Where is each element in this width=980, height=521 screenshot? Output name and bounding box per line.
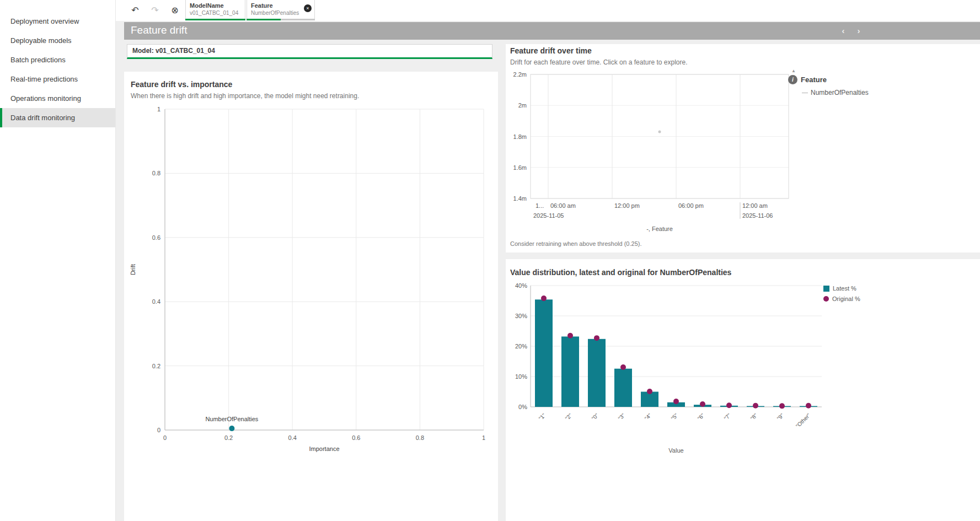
svg-text:"9": "9" (776, 412, 785, 421)
sheet-titlebar: Feature drift ‹ › (124, 22, 980, 40)
scatter-chart[interactable]: 00.20.40.60.8100.20.40.60.81ImportanceDr… (124, 72, 498, 466)
sidebar-item-batch-predictions[interactable]: Batch predictions (0, 50, 115, 69)
chart-title: Value distribution, latest and original … (510, 268, 731, 277)
selection-underline (185, 19, 245, 20)
legend-swatch-latest (823, 286, 829, 292)
svg-text:0.2: 0.2 (224, 434, 233, 441)
legend-item-label: NumberOfPenalties (811, 89, 869, 96)
sidebar-item-data-drift-monitoring[interactable]: Data drift monitoring (0, 108, 115, 127)
svg-text:1...: 1... (535, 202, 544, 209)
svg-text:0.4: 0.4 (288, 434, 297, 441)
selection-value-label: v01_CATBC_01_04 (186, 9, 245, 16)
bar-chart-legend: Latest % Original % (823, 285, 860, 306)
svg-text:10%: 10% (515, 373, 527, 380)
legend-scroll-up-icon[interactable]: ▲ (791, 68, 876, 73)
svg-text:2m: 2m (518, 102, 527, 109)
svg-text:1.6m: 1.6m (513, 164, 527, 171)
svg-text:30%: 30% (515, 313, 527, 319)
svg-text:"5": "5" (670, 412, 679, 421)
sidebar-item-deployment-overview[interactable]: Deployment overview (0, 12, 115, 31)
value-distribution-chart[interactable]: 0%10%20%30%40%"1""2""0""3""4""5""6""7""8… (506, 259, 980, 521)
selection-field-label: ModelName (186, 0, 245, 9)
svg-text:"Other": "Other" (795, 412, 812, 429)
legend-item-latest[interactable]: Latest % (823, 285, 860, 292)
selection-underline (247, 19, 315, 20)
legend-item-numberofpenalties[interactable]: NumberOfPenalties (802, 89, 876, 96)
legend-item-original[interactable]: Original % (823, 296, 860, 302)
svg-text:Drift: Drift (130, 264, 136, 275)
svg-text:0%: 0% (518, 404, 527, 410)
prev-sheet-chevron-icon[interactable]: ‹ (838, 26, 849, 35)
sidebar: Deployment overview Deployable models Ba… (0, 0, 116, 521)
drift-line-chart[interactable]: 1.4m1.6m1.8m2m2.2m1...06:00 am12:00 pm06… (506, 44, 980, 253)
sheet-title: Feature drift (131, 24, 187, 36)
threshold-note: Consider retraining when above threshold… (510, 240, 641, 247)
selections-back-icon[interactable]: ↶ (127, 3, 143, 18)
svg-text:1: 1 (482, 434, 485, 441)
svg-text:"8": "8" (749, 412, 759, 421)
svg-text:Value: Value (668, 447, 683, 454)
selection-chip-modelname[interactable]: ModelName v01_CATBC_01_04 (185, 0, 245, 20)
legend-line-swatch (802, 93, 808, 93)
svg-text:0.2: 0.2 (152, 363, 160, 369)
selections-toolbar: ↶ ↷ ⊗ ModelName v01_CATBC_01_04 Feature … (116, 0, 980, 21)
legend-item-label: Original % (832, 296, 860, 302)
feature-drift-importance-card: 00.20.40.60.8100.20.40.60.81ImportanceDr… (124, 72, 498, 521)
chart-subtitle: When there is high drift and high import… (131, 92, 359, 100)
svg-text:"2": "2" (564, 412, 574, 421)
sidebar-item-real-time-predictions[interactable]: Real-time predictions (0, 69, 115, 89)
legend-title: Feature (801, 76, 827, 84)
legend-item-label: Latest % (833, 285, 856, 292)
svg-text:"6": "6" (697, 412, 706, 421)
svg-text:0.6: 0.6 (352, 434, 360, 441)
svg-text:06:00 pm: 06:00 pm (678, 202, 704, 209)
sidebar-item-operations-monitoring[interactable]: Operations monitoring (0, 89, 115, 108)
svg-text:12:00 am: 12:00 am (742, 202, 768, 209)
x-axis-caption: -, Feature (531, 225, 789, 232)
svg-text:2025-11-06: 2025-11-06 (742, 212, 773, 219)
chart-subtitle: Drift for each feature over time. Click … (510, 58, 687, 66)
legend-swatch-original (823, 296, 829, 302)
svg-text:2.2m: 2.2m (513, 71, 527, 78)
model-selector[interactable]: Model: v01_CATBC_01_04 (127, 44, 492, 59)
svg-text:2025-11-05: 2025-11-05 (533, 212, 564, 219)
svg-text:"0": "0" (591, 412, 600, 421)
clear-selection-icon[interactable]: × (304, 4, 312, 12)
svg-text:Importance: Importance (309, 445, 339, 452)
svg-text:1.8m: 1.8m (513, 133, 527, 140)
svg-text:0.8: 0.8 (416, 434, 424, 441)
chart-title: Feature drift over time (510, 46, 592, 55)
svg-text:"7": "7" (723, 412, 732, 421)
sidebar-item-deployable-models[interactable]: Deployable models (0, 31, 115, 50)
svg-text:1.4m: 1.4m (513, 195, 527, 202)
selections-forward-icon[interactable]: ↷ (147, 3, 163, 18)
svg-text:40%: 40% (515, 282, 527, 289)
next-sheet-chevron-icon[interactable]: › (853, 26, 864, 35)
svg-text:1: 1 (157, 106, 160, 112)
svg-text:12:00 pm: 12:00 pm (614, 202, 640, 209)
svg-text:0: 0 (157, 427, 160, 433)
chart-title: Feature drift vs. importance (131, 80, 232, 89)
line-chart-legend: ▲ i Feature NumberOfPenalties (788, 68, 876, 96)
svg-text:0.4: 0.4 (152, 298, 160, 305)
svg-text:"4": "4" (644, 412, 653, 421)
clear-selections-icon[interactable]: ⊗ (167, 3, 183, 18)
feature-drift-over-time-card: 1.4m1.6m1.8m2m2.2m1...06:00 am12:00 pm06… (506, 44, 980, 253)
svg-text:0.8: 0.8 (152, 170, 160, 176)
info-icon[interactable]: i (788, 75, 797, 84)
svg-text:NumberOfPenalties: NumberOfPenalties (205, 416, 258, 422)
svg-text:0.6: 0.6 (152, 234, 160, 241)
selection-chip-feature[interactable]: Feature NumberOfPenalties × (247, 0, 315, 20)
svg-text:"3": "3" (617, 412, 626, 421)
value-distribution-card: 0%10%20%30%40%"1""2""0""3""4""5""6""7""8… (506, 259, 980, 521)
svg-text:0: 0 (163, 434, 167, 441)
svg-text:20%: 20% (515, 343, 527, 350)
svg-text:06:00 am: 06:00 am (550, 202, 576, 209)
svg-text:"1": "1" (538, 412, 547, 421)
